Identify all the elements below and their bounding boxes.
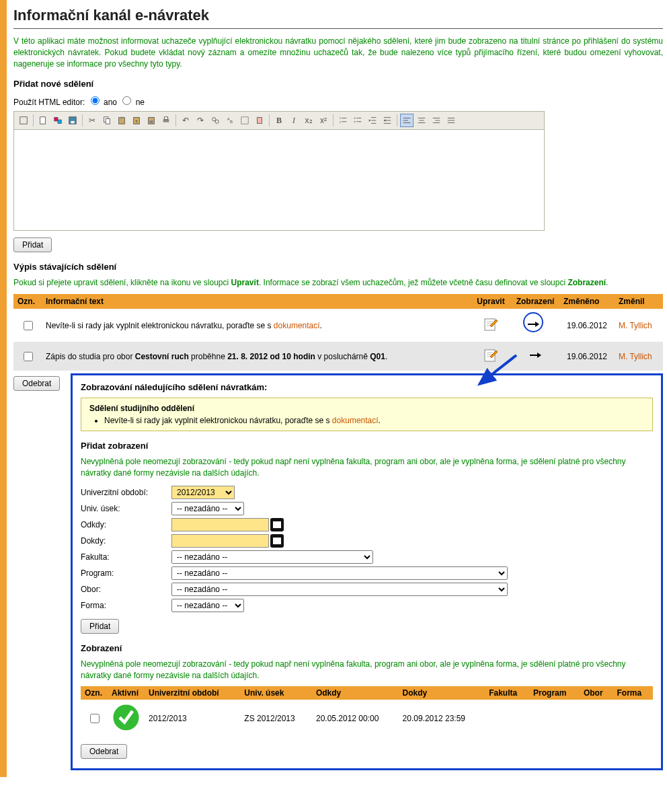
paste-word-icon[interactable]: W <box>145 114 158 127</box>
table-row: Zápis do studia pro obor Cestovní ruch p… <box>13 342 663 371</box>
row2-e: v posluchárně <box>315 352 370 361</box>
editor-textarea[interactable] <box>13 130 545 231</box>
odkdy-input[interactable] <box>171 518 269 531</box>
list-intro-bold2: Zobrazení <box>567 278 606 287</box>
row2-c: proběhne <box>189 352 227 361</box>
row-text-suffix: . <box>320 321 322 330</box>
subscript-icon[interactable]: x₂ <box>302 114 315 127</box>
detail-panel: Zobrazování náledujícího sdělení návratk… <box>71 373 663 770</box>
odkdy-label: Odkdy: <box>81 520 171 529</box>
dokdy-calendar-icon[interactable] <box>270 534 284 548</box>
row-changed-by[interactable]: M. Tyllich <box>619 352 652 361</box>
toolbar-separator <box>333 114 334 126</box>
add-section-title: Přidat nové sdělení <box>13 79 663 89</box>
row-text-prefix: Nevíte-li si rady jak vyplnit elektronic… <box>46 321 274 330</box>
detail-add-button[interactable]: Přidat <box>81 619 119 634</box>
italic-icon[interactable]: I <box>287 114 301 127</box>
print-icon[interactable] <box>159 114 173 127</box>
fullscreen-icon[interactable] <box>17 114 30 127</box>
editor-mode-yes-radio[interactable] <box>91 96 100 105</box>
list-intro-part2: . Informace se zobrazí všem uchazečům, j… <box>259 278 568 287</box>
align-left-icon[interactable] <box>400 114 414 127</box>
obor-select[interactable]: -- nezadáno -- <box>171 583 508 596</box>
col-changed: Změněno <box>559 294 615 309</box>
view-row-checkbox[interactable] <box>90 714 100 723</box>
copy-icon[interactable] <box>100 114 114 127</box>
toolbar-separator <box>269 114 270 126</box>
vcol-program: Program <box>529 686 580 700</box>
edit-icon[interactable] <box>483 347 499 363</box>
edit-icon[interactable] <box>483 316 499 332</box>
detail-remove-button[interactable]: Odebrat <box>81 744 127 759</box>
svg-rect-9 <box>120 117 123 119</box>
new-doc-icon[interactable] <box>36 114 50 127</box>
detail-heading: Zobrazování náledujícího sdělení návratk… <box>81 382 653 392</box>
removefmt-icon[interactable] <box>253 114 266 127</box>
list-intro-bold1: Upravit <box>231 278 259 287</box>
row-changed: 19.06.2012 <box>559 309 615 342</box>
svg-rect-5 <box>71 121 74 124</box>
row-text: Nevíte-li si rady jak vyplnit elektronic… <box>42 309 471 342</box>
odkdy-calendar-icon[interactable] <box>270 518 284 531</box>
row2-b: Cestovní ruch <box>135 352 189 361</box>
replace-icon[interactable]: AB <box>223 114 237 127</box>
svg-text:W: W <box>149 119 153 124</box>
indent-icon[interactable] <box>381 114 394 127</box>
programs-icon[interactable] <box>51 114 65 127</box>
list-intro: Pokud si přejete upravit sdělení, klikně… <box>13 277 663 289</box>
period-select[interactable]: 2012/2013 <box>171 486 235 499</box>
views-title: Zobrazení <box>81 643 653 653</box>
period-label: Univerzitní období: <box>81 488 171 497</box>
editor-mode-no-radio[interactable] <box>122 96 131 105</box>
svg-rect-1 <box>40 117 46 124</box>
program-select[interactable]: -- nezadáno -- <box>171 566 508 580</box>
row-select-checkbox[interactable] <box>24 352 33 361</box>
selectall-icon[interactable] <box>238 114 251 127</box>
message-preview-box: Sdělení studijního oddělení Nevíte-li si… <box>81 398 653 431</box>
table-row: Nevíte-li si rady jak vyplnit elektronic… <box>13 309 663 342</box>
program-label: Program: <box>81 568 171 578</box>
add-button[interactable]: Přidat <box>13 237 52 252</box>
msg-prefix: Nevíte-li si rady jak vyplnit elektronic… <box>104 416 332 425</box>
redo-icon[interactable]: ↷ <box>194 114 207 127</box>
align-center-icon[interactable] <box>415 114 428 127</box>
views-table: Ozn. Aktivní Univerzitní období Univ. ús… <box>81 686 653 737</box>
usek-select[interactable]: -- nezadáno -- <box>171 502 244 515</box>
vcol-aktivni: Aktivní <box>108 686 145 700</box>
row-text: Zápis do studia pro obor Cestovní ruch p… <box>42 342 471 371</box>
undo-icon[interactable]: ↶ <box>179 114 192 127</box>
save-icon[interactable] <box>66 114 79 127</box>
row-select-checkbox[interactable] <box>24 321 33 330</box>
bold-icon[interactable]: B <box>272 114 286 127</box>
view-icon[interactable] <box>525 314 545 334</box>
views-table-row: 2012/2013 ZS 2012/2013 20.05.2012 00:00 … <box>81 700 653 737</box>
svg-rect-0 <box>20 117 28 124</box>
vrow-obor <box>580 700 613 737</box>
message-preview-item: Nevíte-li si rady jak vyplnit elektronic… <box>104 416 644 425</box>
outdent-icon[interactable] <box>366 114 379 127</box>
fakulta-select[interactable]: -- nezadáno -- <box>171 550 373 564</box>
svg-point-17 <box>215 120 219 124</box>
numlist-icon[interactable]: 12 <box>336 114 350 127</box>
vrow-forma <box>613 700 653 737</box>
superscript-icon[interactable]: x² <box>317 114 330 127</box>
dokdy-input[interactable] <box>171 534 269 548</box>
svg-rect-15 <box>164 117 167 120</box>
message-preview-title: Sdělení studijního oddělení <box>89 404 644 413</box>
highlight-circle <box>523 312 543 332</box>
align-right-icon[interactable] <box>430 114 443 127</box>
vcol-odkdy: Odkdy <box>312 686 399 700</box>
cut-icon[interactable]: ✂ <box>85 114 99 127</box>
paste-text-icon[interactable]: T <box>130 114 143 127</box>
find-icon[interactable] <box>208 114 222 127</box>
paste-icon[interactable] <box>115 114 128 127</box>
bullist-icon[interactable] <box>351 114 364 127</box>
view-icon[interactable] <box>527 356 543 365</box>
row-changed-by[interactable]: M. Tyllich <box>619 321 652 330</box>
row-text-link[interactable]: dokumentací <box>274 321 320 330</box>
forma-select[interactable]: -- nezadáno -- <box>171 599 244 612</box>
align-justify-icon[interactable] <box>444 114 458 127</box>
remove-button[interactable]: Odebrat <box>13 376 60 391</box>
msg-link[interactable]: dokumentací <box>332 416 379 425</box>
page-title: Informační kanál e-návratek <box>13 7 663 24</box>
